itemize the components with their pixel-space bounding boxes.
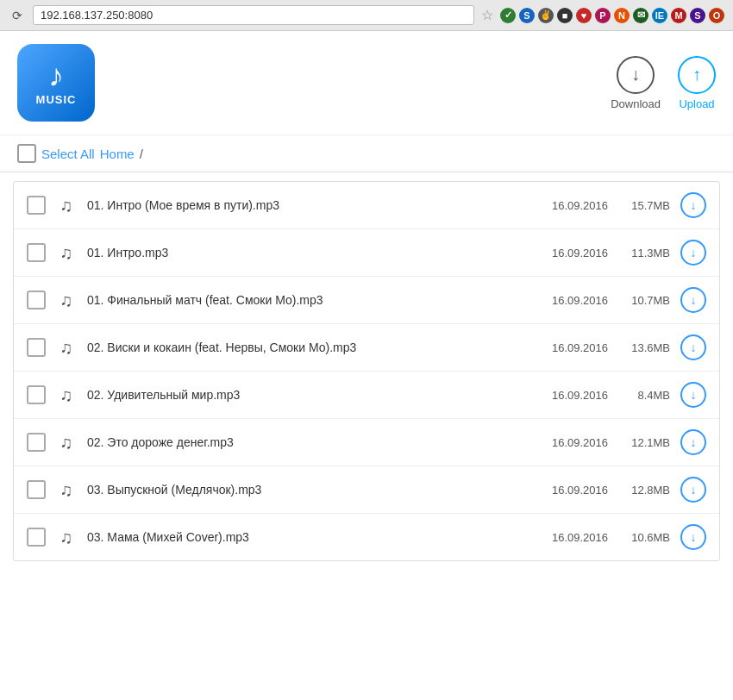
file-size: 13.6MB — [618, 341, 670, 354]
breadcrumb-separator: / — [140, 147, 143, 161]
file-checkbox-0[interactable] — [27, 196, 46, 215]
file-name: 02. Удивительный мир.mp3 — [87, 388, 520, 402]
file-row: ♫ 01. Интро.mp3 16.09.2016 11.3MB ↓ — [14, 229, 719, 277]
file-checkbox-7[interactable] — [27, 528, 46, 547]
file-row: ♫ 02. Это дороже денег.mp3 16.09.2016 12… — [14, 419, 719, 466]
file-size: 10.7MB — [618, 294, 670, 307]
file-date: 16.09.2016 — [530, 436, 608, 449]
file-checkbox-4[interactable] — [27, 385, 46, 404]
file-date: 16.09.2016 — [530, 199, 608, 212]
browser-extensions: ✓ S ✌ ■ ♥ P N ✉ IE M S O — [500, 8, 724, 23]
file-name: 02. Это дороже денег.mp3 — [87, 435, 520, 449]
ext-icon-3: ✌ — [538, 8, 554, 23]
music-file-icon: ♫ — [56, 528, 77, 547]
download-arrow-icon: ↓ — [691, 247, 697, 259]
file-download-button[interactable]: ↓ — [680, 524, 706, 550]
file-checkbox-2[interactable] — [27, 291, 46, 309]
file-row: ♫ 03. Мама (Михей Cover).mp3 16.09.2016 … — [14, 514, 719, 560]
download-label: Download — [611, 97, 661, 110]
download-button[interactable]: ↓ Download — [611, 56, 661, 110]
app-logo: ♪ MUSIC — [17, 44, 95, 122]
home-link[interactable]: Home — [100, 147, 135, 161]
ext-icon-2: S — [519, 8, 535, 23]
file-date: 16.09.2016 — [530, 341, 608, 354]
breadcrumb-nav: Select All Home / — [0, 135, 733, 172]
music-file-icon: ♫ — [56, 291, 77, 310]
file-list: ♫ 01. Интро (Мое время в пути).mp3 16.09… — [13, 181, 720, 561]
file-date: 16.09.2016 — [530, 247, 608, 259]
download-icon: ↓ — [617, 56, 655, 94]
page-header: ♪ MUSIC ↓ Download ↑ Upload — [0, 31, 733, 135]
file-date: 16.09.2016 — [530, 294, 608, 307]
file-name: 03. Мама (Михей Cover).mp3 — [87, 530, 520, 544]
select-all-checkbox[interactable] — [17, 144, 36, 163]
header-actions: ↓ Download ↑ Upload — [611, 56, 716, 110]
ext-icon-4: ■ — [557, 8, 573, 23]
file-checkbox-5[interactable] — [27, 433, 46, 452]
upload-button[interactable]: ↑ Upload — [678, 56, 716, 110]
ext-icon-6: P — [595, 8, 611, 23]
logo-text: MUSIC — [36, 93, 77, 106]
ext-icon-9: IE — [652, 8, 667, 23]
file-size: 8.4MB — [618, 389, 670, 402]
file-size: 11.3MB — [618, 247, 670, 259]
file-checkbox-6[interactable] — [27, 480, 46, 499]
file-date: 16.09.2016 — [530, 531, 608, 544]
page-content: ♪ MUSIC ↓ Download ↑ Upload Select All H… — [0, 31, 733, 700]
download-arrow-icon: ↓ — [691, 436, 697, 448]
file-size: 10.6MB — [618, 531, 670, 544]
download-arrow-icon: ↓ — [691, 199, 697, 211]
ext-icon-7: N — [614, 8, 630, 23]
address-bar[interactable]: 192.168.137.250:8080 — [33, 5, 474, 25]
file-name: 01. Интро.mp3 — [87, 246, 520, 259]
file-download-button[interactable]: ↓ — [680, 287, 706, 313]
file-date: 16.09.2016 — [530, 484, 608, 497]
ext-icon-11: S — [690, 8, 705, 23]
back-button[interactable]: ⟳ — [9, 7, 26, 24]
file-row: ♫ 02. Виски и кокаин (feat. Нервы, Смоки… — [14, 324, 719, 372]
download-arrow-icon: ↓ — [691, 341, 697, 353]
download-arrow-icon: ↓ — [691, 531, 697, 543]
browser-chrome: ⟳ 192.168.137.250:8080 ☆ ✓ S ✌ ■ ♥ P N ✉… — [0, 0, 733, 31]
file-checkbox-3[interactable] — [27, 338, 46, 357]
file-row: ♫ 01. Финальный матч (feat. Смоки Мо).mp… — [14, 277, 719, 324]
file-row: ♫ 03. Выпускной (Медлячок).mp3 16.09.201… — [14, 466, 719, 514]
music-file-icon: ♫ — [56, 480, 77, 500]
file-download-button[interactable]: ↓ — [680, 240, 706, 266]
ext-icon-12: O — [709, 8, 724, 23]
file-name: 02. Виски и кокаин (feat. Нервы, Смоки М… — [87, 341, 520, 354]
ext-icon-8: ✉ — [633, 8, 648, 23]
upload-label: Upload — [679, 97, 714, 110]
music-file-icon: ♫ — [56, 433, 77, 453]
music-file-icon: ♫ — [56, 338, 77, 358]
download-arrow-icon: ↓ — [691, 389, 697, 401]
file-download-button[interactable]: ↓ — [680, 477, 706, 503]
ext-icon-1: ✓ — [500, 8, 516, 23]
select-all-link[interactable]: Select All — [41, 147, 95, 161]
file-name: 01. Финальный матч (feat. Смоки Мо).mp3 — [87, 293, 520, 307]
file-size: 15.7MB — [618, 199, 670, 212]
file-download-button[interactable]: ↓ — [680, 192, 706, 218]
file-row: ♫ 02. Удивительный мир.mp3 16.09.2016 8.… — [14, 372, 719, 419]
file-download-button[interactable]: ↓ — [680, 382, 706, 408]
file-download-button[interactable]: ↓ — [680, 334, 706, 360]
upload-icon: ↑ — [678, 56, 716, 94]
music-file-icon: ♫ — [56, 243, 77, 263]
file-size: 12.8MB — [618, 484, 670, 497]
ext-icon-5: ♥ — [576, 8, 592, 23]
file-name: 03. Выпускной (Медлячок).mp3 — [87, 483, 520, 497]
logo-music-note-icon: ♪ — [48, 60, 64, 91]
download-arrow-icon: ↓ — [691, 484, 697, 496]
file-download-button[interactable]: ↓ — [680, 429, 706, 455]
file-size: 12.1MB — [618, 436, 670, 449]
music-file-icon: ♫ — [56, 385, 77, 405]
file-row: ♫ 01. Интро (Мое время в пути).mp3 16.09… — [14, 182, 719, 229]
file-name: 01. Интро (Мое время в пути).mp3 — [87, 198, 520, 212]
bookmark-icon[interactable]: ☆ — [481, 7, 493, 23]
file-date: 16.09.2016 — [530, 389, 608, 402]
music-file-icon: ♫ — [56, 196, 77, 216]
download-arrow-icon: ↓ — [691, 294, 697, 306]
ext-icon-10: M — [671, 8, 686, 23]
file-checkbox-1[interactable] — [27, 243, 46, 262]
